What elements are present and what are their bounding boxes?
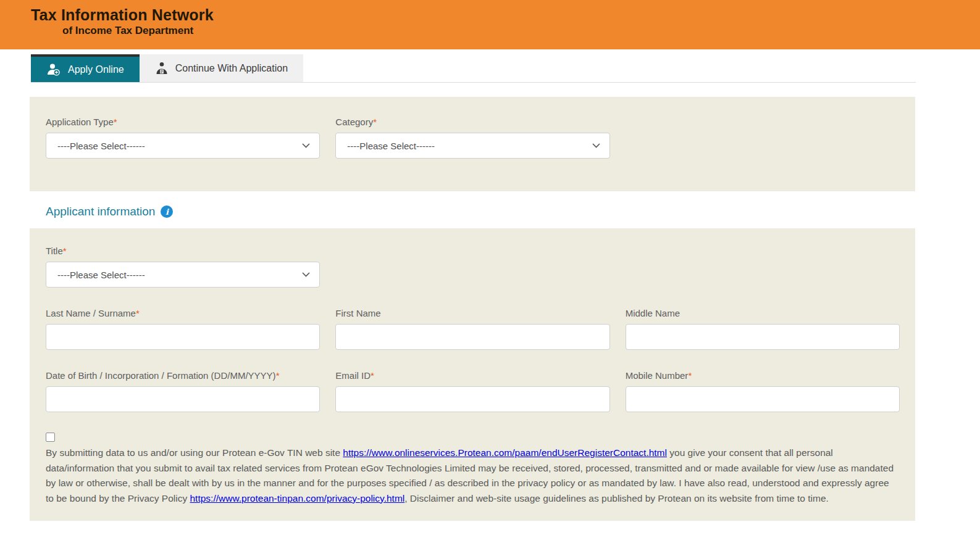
middle-name-input[interactable]	[626, 324, 900, 350]
middle-name-label: Middle Name	[626, 308, 900, 318]
application-type-label: Application Type*	[46, 117, 320, 127]
mobile-number-label: Mobile Number*	[626, 370, 900, 381]
consent-text-part3: , Disclaimer and web-site usage guidelin…	[404, 493, 829, 504]
person-resume-icon	[155, 62, 169, 75]
consent-link-privacy-policy[interactable]: https://www.protean-tinpan.com/privacy-p…	[190, 493, 405, 504]
tab-apply-online[interactable]: Apply Online	[31, 54, 140, 82]
first-name-field: First Name	[335, 308, 609, 350]
category-select-value: ----Please Select------	[347, 141, 435, 151]
required-asterisk: *	[371, 370, 374, 381]
title-select[interactable]: ----Please Select------	[46, 262, 320, 288]
title-label: Title*	[46, 246, 320, 256]
required-asterisk: *	[688, 370, 692, 381]
tab-continue-with-application[interactable]: Continue With Application	[140, 54, 303, 82]
dob-input[interactable]	[46, 386, 320, 412]
chevron-down-icon	[302, 272, 310, 277]
mobile-number-field: Mobile Number*	[626, 370, 900, 412]
last-name-input[interactable]	[46, 324, 320, 350]
consent-checkbox[interactable]	[46, 433, 55, 442]
application-type-select-value: ----Please Select------	[57, 141, 145, 151]
applicant-information-title: Applicant information	[46, 205, 155, 218]
section-heading-applicant-information: Applicant information i	[46, 205, 916, 218]
consent-block: By submitting data to us and/or using ou…	[46, 433, 900, 506]
dob-label: Date of Birth / Incorporation / Formatio…	[46, 370, 320, 381]
person-add-icon	[46, 63, 61, 77]
site-subtitle: of Income Tax Department	[62, 24, 980, 38]
site-title: Tax Information Network	[31, 6, 980, 24]
title-field: Title* ----Please Select------	[46, 246, 320, 288]
first-name-input[interactable]	[335, 324, 609, 350]
consent-link-register-contact[interactable]: https://www.onlineservices.Protean.com/p…	[343, 447, 667, 458]
category-select[interactable]: ----Please Select------	[335, 133, 609, 159]
mobile-number-input[interactable]	[626, 386, 900, 412]
required-asterisk: *	[63, 246, 67, 256]
tab-apply-online-label: Apply Online	[68, 64, 124, 75]
tab-continue-with-application-label: Continue With Application	[175, 63, 288, 74]
required-asterisk: *	[276, 370, 280, 381]
required-asterisk: *	[136, 308, 140, 318]
required-asterisk: *	[373, 117, 377, 127]
email-input[interactable]	[335, 386, 609, 412]
middle-name-field: Middle Name	[626, 308, 900, 350]
applicant-information-panel: Title* ----Please Select------ Last Name…	[30, 228, 915, 521]
first-name-label: First Name	[335, 308, 609, 318]
dob-field: Date of Birth / Incorporation / Formatio…	[46, 370, 320, 412]
category-label: Category*	[335, 117, 609, 127]
category-field: Category* ----Please Select------	[335, 117, 609, 159]
application-type-select[interactable]: ----Please Select------	[46, 133, 320, 159]
chevron-down-icon	[592, 143, 600, 148]
email-field: Email ID*	[335, 370, 609, 412]
app-header: Tax Information Network of Income Tax De…	[0, 0, 980, 49]
info-icon[interactable]: i	[161, 205, 173, 218]
required-asterisk: *	[114, 117, 117, 127]
consent-text: By submitting data to us and/or using ou…	[46, 446, 898, 506]
email-label: Email ID*	[335, 370, 609, 381]
application-type-panel: Application Type* ----Please Select-----…	[30, 97, 915, 191]
chevron-down-icon	[302, 143, 310, 148]
last-name-field: Last Name / Surname*	[46, 308, 320, 350]
tab-bar: Apply Online Continue With Application	[31, 54, 916, 83]
last-name-label: Last Name / Surname*	[46, 308, 320, 318]
consent-text-part1: By submitting data to us and/or using ou…	[46, 447, 343, 458]
title-select-value: ----Please Select------	[57, 270, 145, 280]
application-type-field: Application Type* ----Please Select-----…	[46, 117, 320, 159]
